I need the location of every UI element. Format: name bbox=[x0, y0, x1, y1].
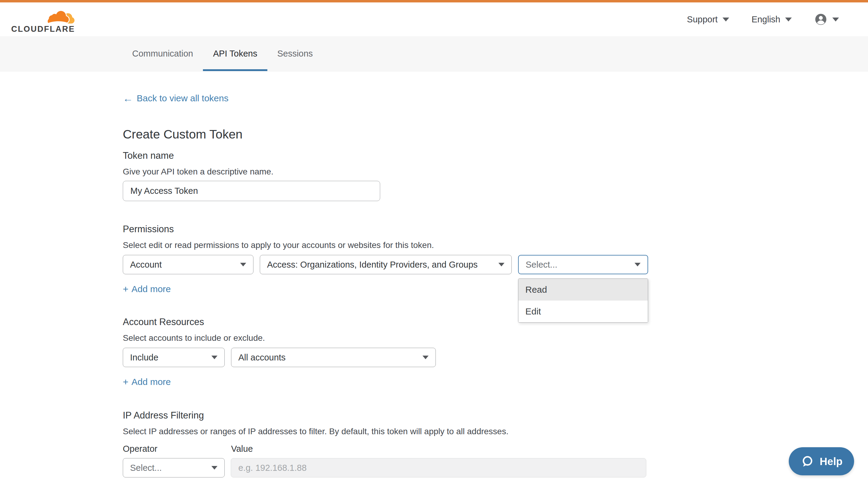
tab-communication[interactable]: Communication bbox=[122, 36, 203, 71]
cloudflare-logo-text: CLOUDFLARE bbox=[11, 25, 75, 33]
ip-operator-placeholder: Select... bbox=[130, 463, 162, 473]
user-avatar-icon bbox=[814, 13, 828, 26]
permissions-heading: Permissions bbox=[123, 223, 868, 235]
add-more-label: Add more bbox=[131, 284, 171, 294]
permission-scope-value: Account bbox=[130, 260, 162, 270]
ip-filtering-row: Select... bbox=[123, 458, 868, 478]
support-menu-label: Support bbox=[687, 14, 718, 25]
chevron-down-icon bbox=[211, 356, 217, 359]
header-right: Support English bbox=[687, 13, 839, 26]
token-name-heading: Token name bbox=[123, 150, 868, 161]
resource-mode-value: Include bbox=[130, 353, 158, 362]
resource-accounts-value: All accounts bbox=[238, 353, 285, 362]
chevron-down-icon bbox=[423, 356, 429, 359]
tab-label: Sessions bbox=[277, 49, 313, 59]
ip-filtering-description: Select IP addresses or ranges of IP addr… bbox=[123, 426, 868, 437]
resource-accounts-select[interactable]: All accounts bbox=[231, 348, 436, 367]
tab-label: Communication bbox=[132, 49, 193, 59]
add-more-label: Add more bbox=[131, 377, 171, 387]
tab-sessions[interactable]: Sessions bbox=[267, 36, 323, 71]
operator-label: Operator bbox=[123, 444, 231, 454]
permission-access-select-wrap: Select... Read Edit bbox=[518, 255, 648, 274]
ip-operator-select[interactable]: Select... bbox=[123, 458, 225, 478]
ip-filtering-heading: IP Address Filtering bbox=[123, 410, 868, 421]
cloudflare-logo[interactable]: CLOUDFLARE bbox=[11, 8, 75, 33]
token-name-input[interactable] bbox=[123, 181, 380, 201]
language-menu[interactable]: English bbox=[751, 14, 792, 25]
chevron-down-icon bbox=[832, 18, 839, 22]
value-label: Value bbox=[231, 444, 253, 454]
resource-mode-select[interactable]: Include bbox=[123, 348, 225, 367]
permission-access-placeholder: Select... bbox=[526, 260, 557, 270]
language-menu-label: English bbox=[751, 14, 780, 25]
plus-icon: + bbox=[123, 377, 128, 387]
account-resources-heading: Account Resources bbox=[123, 316, 868, 328]
chevron-down-icon bbox=[722, 18, 729, 22]
token-name-description: Give your API token a descriptive name. bbox=[123, 167, 868, 177]
cloudflare-cloud-icon bbox=[43, 8, 75, 25]
access-dropdown-menu: Read Edit bbox=[518, 279, 648, 323]
header: CLOUDFLARE Support English bbox=[0, 2, 868, 36]
account-menu[interactable] bbox=[814, 13, 839, 26]
chevron-down-icon bbox=[634, 263, 641, 266]
ip-filtering-labels: Operator Value bbox=[123, 444, 868, 454]
back-arrow-icon: ← bbox=[123, 94, 133, 103]
permission-access-select[interactable]: Select... bbox=[518, 255, 648, 274]
chevron-down-icon bbox=[211, 466, 217, 470]
top-accent-bar bbox=[0, 0, 868, 2]
support-menu[interactable]: Support bbox=[687, 14, 729, 25]
plus-icon: + bbox=[123, 284, 128, 294]
page-title: Create Custom Token bbox=[123, 127, 868, 141]
ip-value-input[interactable] bbox=[231, 458, 646, 478]
chevron-down-icon bbox=[785, 18, 792, 22]
account-resources-select-row: Include All accounts bbox=[123, 348, 868, 367]
permissions-add-more-button[interactable]: + Add more bbox=[123, 284, 171, 294]
access-option-read[interactable]: Read bbox=[518, 279, 648, 300]
back-to-tokens-link[interactable]: ← Back to view all tokens bbox=[123, 93, 228, 104]
permissions-description: Select edit or read permissions to apply… bbox=[123, 240, 868, 250]
back-link-label: Back to view all tokens bbox=[137, 93, 228, 104]
help-button[interactable]: Help bbox=[789, 447, 854, 475]
help-button-label: Help bbox=[819, 455, 843, 468]
access-option-edit[interactable]: Edit bbox=[518, 300, 648, 322]
tab-label: API Tokens bbox=[213, 49, 257, 59]
main-content: ← Back to view all tokens Create Custom … bbox=[0, 71, 868, 478]
chevron-down-icon bbox=[498, 263, 504, 266]
permission-resource-value: Access: Organizations, Identity Provider… bbox=[267, 260, 477, 270]
chat-bubble-icon bbox=[800, 454, 814, 469]
permission-resource-select[interactable]: Access: Organizations, Identity Provider… bbox=[260, 255, 512, 274]
tab-api-tokens[interactable]: API Tokens bbox=[203, 36, 267, 71]
permissions-select-row: Account Access: Organizations, Identity … bbox=[123, 255, 868, 274]
permission-scope-select[interactable]: Account bbox=[123, 255, 253, 274]
account-resources-description: Select accounts to include or exclude. bbox=[123, 333, 868, 343]
account-resources-add-more-button[interactable]: + Add more bbox=[123, 377, 171, 387]
tab-bar: Communication API Tokens Sessions bbox=[0, 36, 868, 71]
chevron-down-icon bbox=[240, 263, 246, 266]
